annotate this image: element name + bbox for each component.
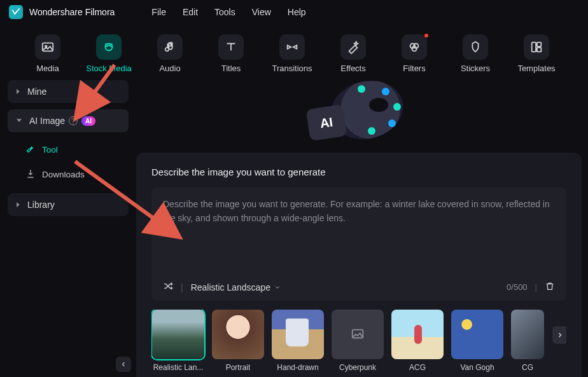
chevron-down-icon	[17, 119, 22, 125]
style-portrait[interactable]: Portrait	[211, 310, 265, 372]
sidebar-mine-label: Mine	[27, 86, 46, 97]
image-icon	[349, 327, 366, 341]
help-icon[interactable]: ?	[69, 116, 78, 125]
tab-transitions[interactable]: Transitions	[263, 27, 321, 76]
style-select-label: Realistic Landscape	[191, 282, 270, 292]
sidebar-group-library[interactable]: Library	[8, 193, 129, 216]
tab-stickers[interactable]: Stickers	[447, 27, 504, 76]
style-acg[interactable]: ACG	[391, 310, 444, 372]
style-label: ACG	[409, 363, 426, 372]
style-cyberpunk[interactable]: Cyberpunk	[331, 310, 384, 372]
tab-stickers-label: Stickers	[461, 64, 490, 73]
next-styles-button[interactable]	[552, 326, 566, 344]
menu-edit[interactable]: Edit	[175, 4, 206, 20]
panel-title: Describe the image you want to generate	[151, 167, 566, 177]
style-realistic-landscape[interactable]: Realistic Lan...	[151, 310, 205, 372]
hero-illustration: AI	[136, 76, 582, 153]
shuffle-icon[interactable]	[163, 281, 173, 293]
sidebar-item-downloads[interactable]: Downloads	[18, 162, 129, 187]
tab-stock-media-label: Stock Media	[86, 64, 132, 73]
style-label: Portrait	[226, 363, 251, 372]
ai-badge: AI	[81, 116, 95, 126]
menu-view[interactable]: View	[244, 4, 279, 20]
tab-templates[interactable]: Templates	[508, 27, 565, 76]
tab-media[interactable]: Media	[19, 27, 76, 76]
app-logo	[9, 5, 23, 19]
tab-transitions-label: Transitions	[272, 64, 312, 73]
style-label: Van Gogh	[460, 363, 494, 372]
style-label: Realistic Lan...	[153, 363, 204, 372]
tab-audio-label: Audio	[159, 64, 180, 73]
style-label: Hand-drawn	[277, 363, 318, 372]
tab-effects[interactable]: Effects	[325, 27, 382, 76]
menu-tools[interactable]: Tools	[207, 4, 243, 20]
tab-templates-label: Templates	[517, 64, 555, 73]
style-select[interactable]: Realistic Landscape	[191, 282, 281, 292]
trash-icon[interactable]	[545, 281, 555, 293]
prompt-input[interactable]: Describe the image you want to generate.…	[151, 188, 566, 301]
char-count: 0/500	[507, 282, 528, 292]
svg-rect-7	[537, 47, 541, 51]
app-title: Wondershare Filmora	[29, 7, 115, 17]
sidebar-ai-image-label: AI Image	[29, 116, 65, 126]
style-cg[interactable]: CG	[510, 310, 545, 372]
tab-filters-label: Filters	[403, 64, 425, 73]
tab-titles[interactable]: Titles	[202, 27, 260, 76]
tab-audio[interactable]: Audio	[141, 27, 199, 76]
tab-titles-label: Titles	[221, 64, 241, 73]
tab-stock-media[interactable]: Stock Media	[80, 27, 137, 76]
chevron-right-icon	[17, 89, 20, 94]
style-label: CG	[522, 363, 533, 372]
style-hand-drawn[interactable]: Hand-drawn	[271, 310, 325, 372]
sidebar-item-tool[interactable]: Tool	[18, 137, 129, 162]
sidebar-group-mine[interactable]: Mine	[8, 80, 129, 103]
tab-media-label: Media	[36, 64, 59, 73]
style-thumbnails: Realistic Lan... Portrait Hand-drawn	[151, 310, 566, 372]
chevron-right-icon	[17, 202, 20, 207]
svg-rect-5	[532, 42, 536, 51]
sidebar-collapse-button[interactable]	[116, 357, 131, 372]
svg-rect-6	[537, 42, 541, 46]
sidebar-group-ai-image[interactable]: AI Image ? AI	[8, 109, 129, 132]
sidebar-item-label: Downloads	[42, 170, 85, 179]
tab-effects-label: Effects	[340, 64, 366, 73]
style-label: Cyberpunk	[339, 363, 376, 372]
menu-help[interactable]: Help	[280, 4, 314, 20]
menu-bar: File Edit Tools View Help	[144, 4, 313, 20]
ai-image-panel: Describe the image you want to generate …	[136, 153, 582, 377]
style-van-gogh[interactable]: Van Gogh	[451, 310, 504, 372]
prompt-placeholder: Describe the image you want to generate.…	[163, 198, 555, 225]
caret-down-icon	[274, 284, 281, 291]
wrench-icon	[25, 144, 36, 156]
download-icon	[25, 168, 36, 181]
tab-filters[interactable]: Filters	[386, 27, 443, 76]
sidebar-library-label: Library	[27, 200, 55, 210]
menu-file[interactable]: File	[144, 4, 174, 20]
sidebar-item-label: Tool	[42, 145, 58, 154]
